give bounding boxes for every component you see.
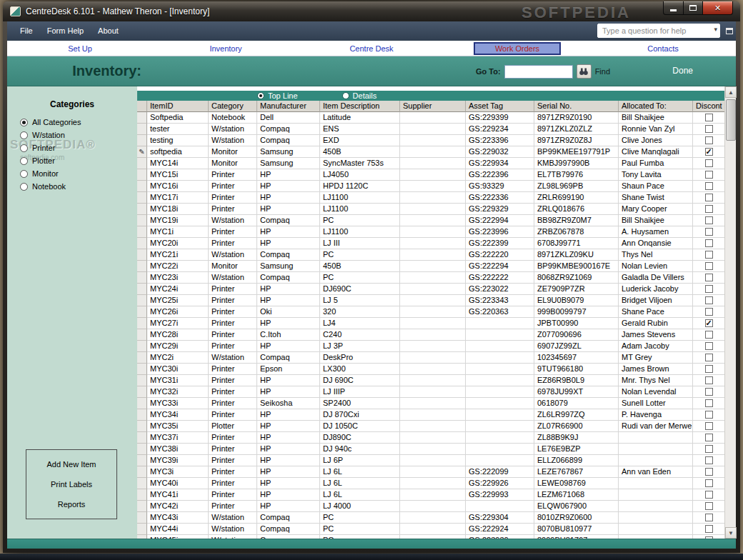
cell-itemid[interactable]: MYC21i [147,249,209,261]
table-row[interactable]: ✎ MYC25i Printer HP LJ 5 GS:223343 EL9U0… [137,295,724,306]
goto-input[interactable] [504,65,573,79]
cell-supplier[interactable] [400,226,466,238]
cell-serial[interactable]: 102345697 [534,352,619,364]
cell-description[interactable]: LJ4050 [320,169,400,181]
cell-allocated[interactable] [619,455,693,466]
category-option[interactable]: Monitor [7,167,137,180]
discontinued-checkbox[interactable] [705,491,713,499]
cell-allocated[interactable]: Galadla De Villers [619,272,693,284]
discontinued-checkbox[interactable] [705,468,713,476]
cell-manufacturer[interactable]: HP [257,375,320,386]
cell-serial[interactable]: 8068ZR9Z1069 [534,272,619,284]
cell-allocated[interactable]: Rudi van der Merwe [619,421,693,432]
cell-description[interactable]: DJ 940c [320,444,400,455]
cell-serial[interactable]: ZL07R66900 [534,421,619,432]
cell-discontinued[interactable] [693,524,724,535]
cell-supplier[interactable] [400,306,466,318]
table-row[interactable]: ✎ MYC33i Printer Seikosha SP2400 0618079… [137,398,724,409]
discontinued-checkbox[interactable] [705,479,713,487]
cell-allocated[interactable] [619,535,693,539]
table-row[interactable]: ✎ MYC21i W/station Compaq PC GS:222220 8… [137,249,724,261]
cell-itemid[interactable]: MYC15i [147,169,209,181]
cell-supplier[interactable] [400,146,466,158]
cell-discontinued[interactable] [693,306,724,318]
cell-description[interactable]: DJ890C [320,432,400,444]
radio-icon[interactable] [20,144,28,152]
cell-description[interactable]: LJ 6P [320,455,400,466]
record-selector[interactable]: ✎ [137,124,147,135]
cell-serial[interactable]: 8971ZKLZ0ZLZ [534,124,619,135]
cell-allocated[interactable]: Luderick Jacoby [619,284,693,295]
cell-supplier[interactable] [400,455,466,466]
cell-serial[interactable]: Z077090696 [534,329,619,341]
cell-asset-tag[interactable]: GS:222994 [466,215,534,226]
record-selector[interactable]: ✎ [137,489,147,501]
cell-itemid[interactable]: MYC34i [147,409,209,421]
cell-discontinued[interactable] [693,341,724,352]
table-row[interactable]: ✎ MYC20i Printer HP LJ III GS:222399 670… [137,238,724,249]
table-row[interactable]: ✎ MYC18i Printer HP LJ1100 GS:229329 ZRL… [137,204,724,215]
cell-supplier[interactable] [400,364,466,375]
discontinued-checkbox[interactable] [705,216,713,224]
cell-serial[interactable]: ZL98L969PB [534,181,619,192]
cell-itemid[interactable]: MYC26i [147,306,209,318]
record-selector[interactable]: ✎ [137,249,147,261]
cell-supplier[interactable] [400,158,466,169]
cell-manufacturer[interactable]: Samsung [257,158,320,169]
cell-asset-tag[interactable]: GS:223343 [466,295,534,306]
table-row[interactable]: ✎ MYC27i Printer HP LJ4 JPBT00990 Gerald… [137,318,724,329]
cell-serial[interactable]: ZE7909P7ZR [534,284,619,295]
cell-manufacturer[interactable]: Seikosha [257,398,320,409]
cell-asset-tag[interactable]: GS:222099 [466,466,534,478]
cell-description[interactable]: LJ 3P [320,341,400,352]
cell-asset-tag[interactable]: GS:220363 [466,306,534,318]
cell-serial[interactable]: JPBT00990 [534,318,619,329]
cell-itemid[interactable]: MYC17i [147,192,209,204]
table-row[interactable]: ✎ MYC19i W/station Compaq PC GS:222994 B… [137,215,724,226]
cell-category[interactable]: Printer [209,226,257,238]
maximize-button[interactable] [683,1,703,15]
discontinued-checkbox[interactable] [705,182,713,190]
table-row[interactable]: ✎ Softpedia Notebook Dell Latitude GS:22… [137,112,724,124]
cell-discontinued[interactable] [693,386,724,398]
table-row[interactable]: ✎ MYC39i Printer HP LJ 6P ELLZ066899 [137,455,724,466]
cell-asset-tag[interactable] [466,444,534,455]
record-selector[interactable]: ✎ [137,535,147,539]
cell-supplier[interactable] [400,295,466,306]
cell-itemid[interactable]: MYC32i [147,386,209,398]
cell-allocated[interactable] [619,524,693,535]
cell-asset-tag[interactable]: GS:223022 [466,284,534,295]
cell-serial[interactable]: 6907JZ99ZL [534,341,619,352]
cell-description[interactable]: C240 [320,329,400,341]
cell-manufacturer[interactable]: HP [257,181,320,192]
record-selector[interactable]: ✎ [137,306,147,318]
cell-supplier[interactable] [400,386,466,398]
cell-serial[interactable]: 8971ZR9Z0190 [534,112,619,124]
record-selector[interactable]: ✎ [137,432,147,444]
tab[interactable]: Inventory [153,41,299,56]
table-row[interactable]: ✎ MYC45i W/station Compaq PC GS:223930 8… [137,535,724,539]
cell-manufacturer[interactable]: HP [257,478,320,489]
cell-supplier[interactable] [400,409,466,421]
cell-manufacturer[interactable]: HP [257,284,320,295]
table-row[interactable]: ✎ MYC28i Printer C.Itoh C240 Z077090696 … [137,329,724,341]
cell-discontinued[interactable] [693,466,724,478]
cell-supplier[interactable] [400,375,466,386]
cell-manufacturer[interactable]: HP [257,192,320,204]
cell-manufacturer[interactable]: HP [257,489,320,501]
cell-asset-tag[interactable]: GS:222399 [466,238,534,249]
tab[interactable]: Contacts [590,41,736,56]
cell-serial[interactable]: 8070BU810977 [534,524,619,535]
cell-discontinued[interactable] [693,364,724,375]
record-selector[interactable]: ✎ [137,284,147,295]
cell-itemid[interactable]: MYC23i [147,272,209,284]
cell-allocated[interactable]: Ann Onqansie [619,238,693,249]
discontinued-checkbox[interactable] [705,365,713,373]
cell-manufacturer[interactable]: Compaq [257,512,320,524]
discontinued-checkbox[interactable] [705,296,713,304]
cell-description[interactable]: LJ 6L [320,478,400,489]
record-selector[interactable]: ✎ [137,421,147,432]
cell-itemid[interactable]: MYC25i [147,295,209,306]
cell-category[interactable]: Printer [209,306,257,318]
cell-discontinued[interactable] [693,455,724,466]
